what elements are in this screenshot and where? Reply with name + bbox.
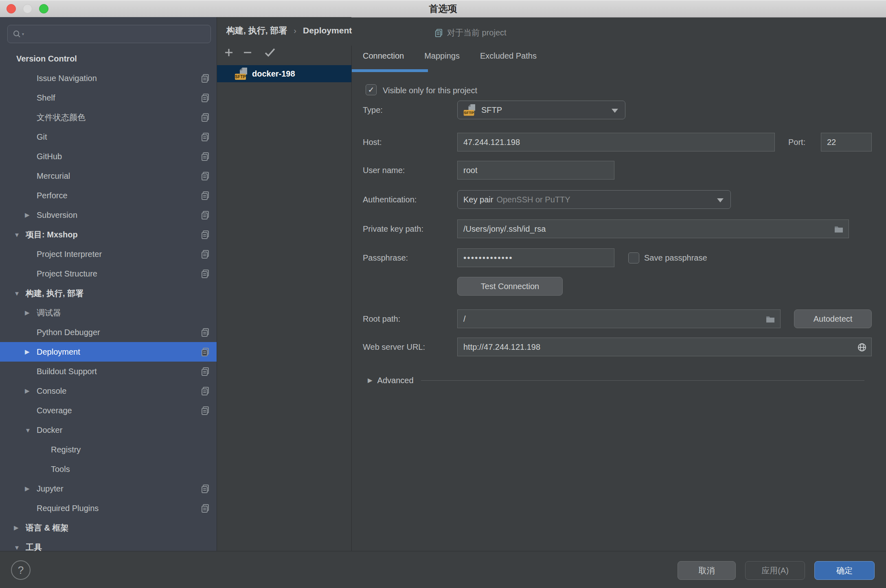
host-label: Host: (363, 133, 382, 151)
host-row: Host: 47.244.121.198 Port: 22 (363, 133, 886, 151)
sidebar-item-coverage[interactable]: Coverage (0, 401, 217, 420)
visible-only-checkbox[interactable]: ✓ (366, 84, 377, 95)
type-value: SFTP (481, 105, 502, 115)
sidebar-item-project-structure[interactable]: Project Structure (0, 264, 217, 283)
sidebar-item-python-debugger[interactable]: Python Debugger (0, 323, 217, 342)
tab-mappings[interactable]: Mappings (424, 51, 460, 63)
per-project-icon (200, 484, 210, 494)
web-server-input[interactable]: http://47.244.121.198 (457, 338, 872, 356)
port-input[interactable]: 22 (821, 133, 872, 151)
sidebar-item-debugger[interactable]: ▶调试器 (0, 303, 217, 323)
use-server-check-icon[interactable] (264, 47, 276, 59)
sidebar-item-label: Registry (51, 445, 81, 454)
type-row: Type: SFTP SFTP (363, 101, 886, 119)
section-divider (421, 380, 864, 381)
minimize-button[interactable] (23, 4, 32, 13)
sidebar-item-label: Perforce (37, 191, 68, 200)
type-label: Type: (363, 101, 383, 119)
authentication-value: Key pair (463, 195, 493, 204)
server-list-item[interactable]: SFTP docker-198 (217, 65, 351, 82)
sidebar-item-console[interactable]: ▶Console (0, 381, 217, 401)
chevron-right-icon[interactable]: ▶ (25, 348, 37, 355)
sidebar-item-build-execution-deployment[interactable]: ▼构建, 执行, 部署 (0, 283, 217, 303)
sftp-server-icon: SFTP (235, 68, 248, 80)
sidebar-item-label: 项目: Mxshop (26, 229, 78, 240)
host-input[interactable]: 47.244.121.198 (457, 133, 775, 151)
sidebar-item-required-plugins[interactable]: Required Plugins (0, 498, 217, 518)
advanced-label: Advanced (377, 376, 414, 385)
sidebar-item-version-control[interactable]: Version Control (0, 49, 217, 68)
web-server-value: http://47.244.121.198 (463, 342, 540, 352)
advanced-section-toggle[interactable]: ▶ Advanced (368, 371, 864, 390)
per-project-icon (200, 249, 210, 259)
sidebar-item-tools[interactable]: Tools (0, 459, 217, 479)
chevron-right-icon[interactable]: ▶ (25, 485, 37, 492)
authentication-dropdown[interactable]: Key pair OpenSSH or PuTTY (457, 190, 731, 209)
per-project-icon (200, 269, 210, 279)
sidebar-item-buildout-support[interactable]: Buildout Support (0, 362, 217, 381)
sidebar-item-mercurial[interactable]: Mercurial (0, 166, 217, 186)
server-name: docker-198 (252, 69, 295, 79)
help-button[interactable]: ? (11, 560, 31, 580)
zoom-button[interactable] (39, 4, 48, 13)
sidebar-item-tools-top[interactable]: ▼工具 (0, 538, 217, 551)
username-input[interactable]: root (457, 161, 614, 180)
add-server-icon[interactable] (224, 48, 234, 59)
per-project-icon (200, 327, 210, 337)
sidebar-item-git[interactable]: Git (0, 127, 217, 147)
sidebar-item-label: 文件状态颜色 (37, 112, 86, 123)
close-button[interactable] (7, 4, 16, 13)
type-dropdown[interactable]: SFTP SFTP (457, 101, 625, 119)
sidebar-item-file-status-colors[interactable]: 文件状态颜色 (0, 108, 217, 127)
sidebar-item-issue-navigation[interactable]: Issue Navigation (0, 68, 217, 88)
sidebar-item-subversion[interactable]: ▶Subversion (0, 205, 217, 225)
sidebar-item-label: Required Plugins (37, 504, 99, 513)
chevron-right-icon[interactable]: ▶ (14, 524, 26, 531)
host-value: 47.244.121.198 (463, 138, 520, 147)
sidebar-item-registry[interactable]: Registry (0, 440, 217, 459)
breadcrumb-separator-icon: › (294, 26, 296, 35)
sidebar-item-github[interactable]: GitHub (0, 147, 217, 166)
folder-browse-icon[interactable] (834, 224, 844, 236)
sidebar-item-perforce[interactable]: Perforce (0, 186, 217, 205)
chevron-right-icon[interactable]: ▶ (25, 211, 37, 219)
chevron-down-icon[interactable]: ▼ (14, 231, 26, 238)
test-connection-button[interactable]: Test Connection (457, 277, 563, 296)
breadcrumb-parent[interactable]: 构建, 执行, 部署 (226, 25, 287, 36)
sidebar-item-label: Python Debugger (37, 328, 100, 337)
root-path-input[interactable]: / (457, 309, 781, 328)
private-key-input[interactable]: /Users/jony/.ssh/id_rsa (457, 219, 849, 238)
titlebar: 首选项 (0, 0, 886, 18)
folder-browse-icon[interactable] (765, 314, 775, 326)
sidebar-item-deployment[interactable]: ▶Deployment (0, 342, 217, 362)
visible-only-label: Visible only for this project (383, 81, 477, 100)
breadcrumb: 构建, 执行, 部署 › Deployment (226, 24, 352, 37)
apply-button[interactable]: 应用(A) (745, 561, 805, 580)
tab-excluded-paths[interactable]: Excluded Paths (480, 51, 537, 63)
settings-search-box[interactable]: ▾ (7, 25, 211, 43)
sidebar-item-shelf[interactable]: Shelf (0, 88, 217, 108)
tab-connection[interactable]: Connection (363, 51, 404, 63)
chevron-right-icon[interactable]: ▶ (25, 309, 37, 316)
sidebar-item-label: Issue Navigation (37, 74, 97, 83)
chevron-down-icon[interactable]: ▼ (25, 427, 37, 434)
sidebar-item-label: Tools (51, 465, 70, 474)
sidebar-item-label: Deployment (37, 347, 80, 357)
autodetect-button[interactable]: Autodetect (794, 309, 872, 328)
cancel-button[interactable]: 取消 (678, 561, 736, 580)
remove-server-icon[interactable] (243, 48, 252, 59)
chevron-down-icon[interactable]: ▼ (14, 544, 26, 551)
save-passphrase-checkbox[interactable]: ✓ (628, 252, 639, 263)
search-input[interactable] (24, 29, 197, 39)
ok-button[interactable]: 确定 (814, 561, 875, 580)
dialog-footer: ? 取消 应用(A) 确定 (0, 551, 886, 588)
sidebar-item-jupyter[interactable]: ▶Jupyter (0, 479, 217, 498)
chevron-down-icon[interactable]: ▼ (14, 290, 26, 297)
sidebar-item-languages-frameworks[interactable]: ▶语言 & 框架 (0, 518, 217, 538)
sidebar-item-project-mxshop[interactable]: ▼项目: Mxshop (0, 225, 217, 244)
sidebar-item-docker[interactable]: ▼Docker (0, 420, 217, 440)
chevron-right-icon[interactable]: ▶ (25, 387, 37, 395)
sidebar-item-project-interpreter[interactable]: Project Interpreter (0, 244, 217, 264)
chevron-right-icon[interactable]: ▶ (368, 377, 373, 384)
passphrase-input[interactable]: ••••••••••••• (457, 248, 614, 267)
